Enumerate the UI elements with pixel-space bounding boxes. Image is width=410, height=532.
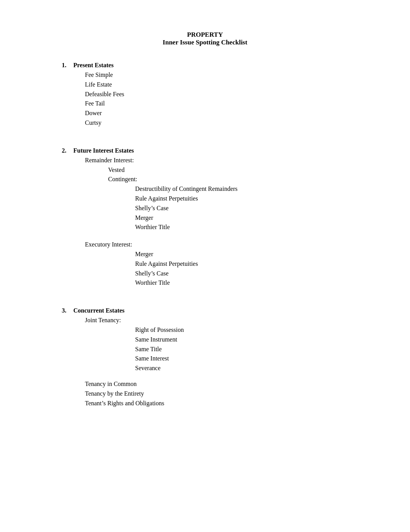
section-3-flat-0-1: Same Instrument — [135, 335, 348, 345]
section-2-flat-1-2: Shelly’s Case — [135, 269, 348, 279]
section-2-subsection-1: Executory Interest:MergerRule Against Pe… — [62, 240, 348, 288]
section-2: 2.Future Interest EstatesRemainder Inter… — [62, 147, 348, 288]
section-2-flat-1-3: Worthier Title — [135, 278, 348, 288]
section-2-heading-row: 2.Future Interest Estates — [62, 147, 348, 154]
section-1-item-3: Fee Tail — [85, 99, 348, 109]
section-2-child-label-0-1: Contingent: — [108, 175, 348, 184]
page-title: PROPERTY Inner Issue Spotting Checklist — [62, 31, 348, 46]
section-3-additional: Tenancy in CommonTenancy by the Entirety… — [62, 379, 348, 408]
sections-container: 1.Present EstatesFee SimpleLife EstateDe… — [62, 62, 348, 408]
section-2-sublabel-1: Executory Interest: — [85, 240, 348, 250]
section-1: 1.Present EstatesFee SimpleLife EstateDe… — [62, 62, 348, 128]
section-2-child-label-0-0: Vested — [108, 165, 348, 175]
section-1-item-2: Defeasible Fees — [85, 90, 348, 99]
section-3-flat-0-3: Same Interest — [135, 354, 348, 364]
section-3-number: 3. — [62, 307, 73, 314]
section-1-number: 1. — [62, 62, 73, 69]
section-1-heading: Present Estates — [73, 62, 114, 69]
section-2-grandchild-0-1-3: Merger — [135, 213, 348, 223]
section-3-additional-2: Tenant’s Rights and Obligations — [85, 399, 348, 408]
section-1-item-5: Curtsy — [85, 118, 348, 128]
section-3-additional-1: Tenancy by the Entirety — [85, 389, 348, 399]
section-3-heading: Concurrent Estates — [73, 307, 125, 314]
section-3-additional-0: Tenancy in Common — [85, 379, 348, 389]
section-3-heading-row: 3.Concurrent Estates — [62, 307, 348, 314]
section-3-sublabel-0: Joint Tenancy: — [85, 316, 348, 325]
section-1-item-0: Fee Simple — [85, 70, 348, 80]
section-2-heading: Future Interest Estates — [73, 147, 134, 154]
section-2-grandchild-0-1-0: Destructibility of Contingent Remainders — [135, 184, 348, 194]
section-2-sublabel-0: Remainder Interest: — [85, 156, 348, 165]
section-2-flat-1-1: Rule Against Perpetuities — [135, 259, 348, 269]
section-2-flat-1-0: Merger — [135, 250, 348, 259]
section-3-flat-0-2: Same Title — [135, 345, 348, 354]
section-3-flat-0-4: Severance — [135, 364, 348, 373]
section-3-flat-0-0: Right of Possession — [135, 325, 348, 335]
section-1-item-4: Dower — [85, 109, 348, 118]
section-2-grandchild-0-1-4: Worthier Title — [135, 223, 348, 232]
section-1-item-1: Life Estate — [85, 80, 348, 90]
section-2-number: 2. — [62, 147, 73, 154]
page-container: PROPERTY Inner Issue Spotting Checklist … — [0, 0, 410, 532]
section-2-grandchild-0-1-1: Rule Against Perpetuities — [135, 194, 348, 204]
title-main: PROPERTY — [62, 31, 348, 39]
title-sub: Inner Issue Spotting Checklist — [62, 39, 348, 46]
section-3-subsection-0: Joint Tenancy:Right of PossessionSame In… — [62, 316, 348, 373]
section-2-subsection-0: Remainder Interest:VestedContingent:Dest… — [62, 156, 348, 232]
section-3: 3.Concurrent EstatesJoint Tenancy:Right … — [62, 307, 348, 408]
section-1-heading-row: 1.Present Estates — [62, 62, 348, 69]
section-2-grandchild-0-1-2: Shelly’s Case — [135, 204, 348, 213]
